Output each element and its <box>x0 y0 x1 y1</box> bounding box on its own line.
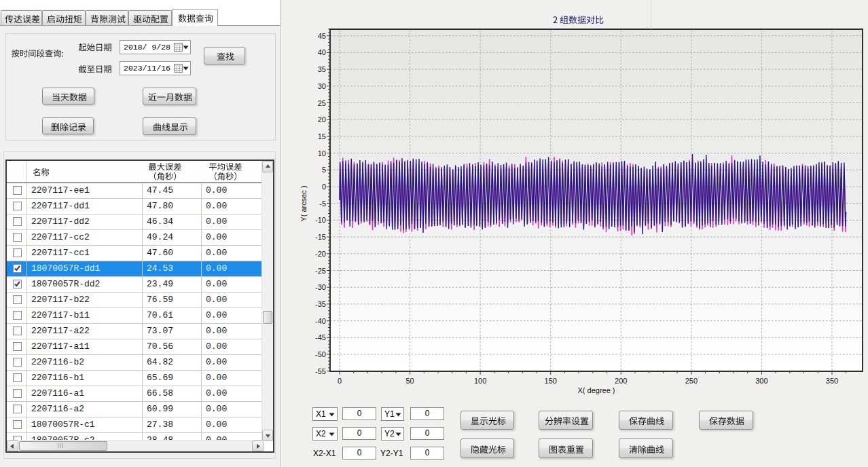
svg-text:-50: -50 <box>315 350 326 358</box>
svg-text:25: 25 <box>318 99 326 107</box>
svg-text:30: 30 <box>318 82 326 90</box>
svg-text:150: 150 <box>545 377 557 385</box>
svg-text:X( degree ): X( degree ) <box>577 386 615 394</box>
svg-text:250: 250 <box>685 377 698 385</box>
svg-text:5: 5 <box>322 166 326 174</box>
svg-text:-35: -35 <box>315 300 326 308</box>
svg-text:-25: -25 <box>315 267 326 275</box>
svg-text:-40: -40 <box>315 317 326 325</box>
svg-text:0: 0 <box>338 377 342 385</box>
svg-text:350: 350 <box>826 377 838 385</box>
svg-text:50: 50 <box>405 377 414 385</box>
svg-text:35: 35 <box>318 65 326 73</box>
svg-text:-5: -5 <box>319 200 326 208</box>
svg-text:-10: -10 <box>315 216 326 224</box>
svg-text:-30: -30 <box>315 283 326 291</box>
svg-text:-55: -55 <box>315 367 326 375</box>
svg-text:-15: -15 <box>315 233 326 241</box>
svg-text:300: 300 <box>755 377 767 385</box>
svg-text:-45: -45 <box>315 333 326 341</box>
svg-text:20: 20 <box>318 115 326 124</box>
svg-text:40: 40 <box>318 48 326 56</box>
svg-text:-20: -20 <box>315 250 326 258</box>
svg-text:100: 100 <box>474 377 486 385</box>
svg-text:200: 200 <box>615 377 627 385</box>
svg-text:Y( arcsec ): Y( arcsec ) <box>300 185 308 221</box>
svg-text:15: 15 <box>318 132 326 141</box>
svg-text:10: 10 <box>318 149 326 157</box>
svg-text:0: 0 <box>322 183 326 191</box>
svg-text:45: 45 <box>318 32 326 40</box>
